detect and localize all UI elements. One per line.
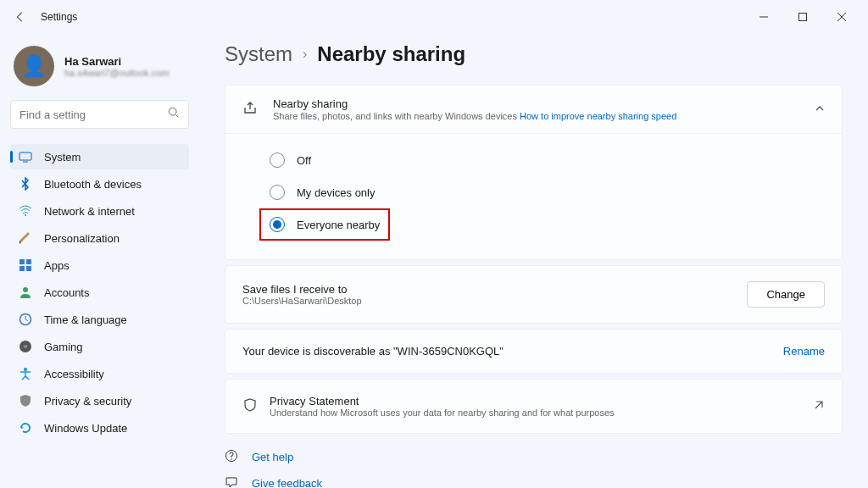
privacy-sub: Understand how Microsoft uses your data …	[270, 408, 801, 418]
change-button[interactable]: Change	[747, 281, 825, 308]
discoverable-text: Your device is discoverable as "WIN-3659…	[242, 345, 771, 358]
privacy-row[interactable]: Privacy Statement Understand how Microso…	[225, 379, 843, 434]
nav-label: Gaming	[44, 341, 83, 353]
back-button[interactable]	[7, 3, 34, 30]
svg-point-11	[23, 287, 28, 292]
nav-bluetooth[interactable]: Bluetooth & devices	[10, 171, 189, 197]
discoverable-row: Your device is discoverable as "WIN-3659…	[225, 329, 843, 374]
window-title: Settings	[41, 11, 77, 23]
svg-point-14	[24, 368, 27, 371]
rename-link[interactable]: Rename	[783, 345, 825, 358]
nearby-sub: Share files, photos, and links with near…	[273, 111, 799, 121]
svg-line-3	[175, 114, 178, 117]
chevron-up-icon	[815, 102, 825, 117]
breadcrumb-parent[interactable]: System	[225, 42, 292, 66]
feedback-link[interactable]: Give feedback	[225, 475, 843, 488]
feedback-icon	[225, 475, 240, 488]
help-icon	[225, 449, 240, 465]
bluetooth-icon	[19, 177, 32, 191]
privacy-title: Privacy Statement	[270, 395, 801, 408]
nav-label: Apps	[44, 259, 70, 272]
nav-gaming[interactable]: Gaming	[10, 334, 189, 359]
close-button[interactable]	[822, 3, 861, 30]
minimize-button[interactable]	[744, 3, 783, 30]
save-path-value: C:\Users\HaSarwari\Desktop	[242, 296, 735, 306]
nearby-help-link[interactable]: How to improve nearby sharing speed	[520, 111, 676, 121]
shield-icon	[19, 394, 32, 408]
nav-label: Privacy & security	[44, 395, 131, 408]
avatar: 👤	[14, 46, 54, 86]
search-icon	[168, 107, 180, 122]
breadcrumb-current: Nearby sharing	[317, 42, 465, 66]
nav-label: Network & internet	[44, 205, 135, 218]
nearby-title: Nearby sharing	[273, 97, 799, 110]
radio-label: Everyone nearby	[297, 219, 380, 231]
svg-rect-8	[26, 259, 31, 264]
get-help-link[interactable]: Get help	[225, 449, 843, 465]
nav-personalization[interactable]: Personalization	[10, 225, 189, 251]
nav-accounts[interactable]: Accounts	[10, 280, 189, 305]
gaming-icon	[19, 340, 32, 353]
nav-accessibility[interactable]: Accessibility	[10, 361, 189, 386]
radio-label: My devices only	[297, 186, 375, 199]
apps-icon	[19, 258, 32, 272]
profile-name: Ha Sarwari	[64, 55, 170, 68]
nav-system[interactable]: System	[10, 144, 189, 169]
nav-label: Accessibility	[44, 368, 104, 380]
svg-point-2	[169, 108, 176, 115]
svg-rect-4	[19, 152, 31, 160]
nav-label: Windows Update	[44, 422, 127, 435]
radio-everyone[interactable]: Everyone nearby	[259, 208, 390, 241]
save-path-title: Save files I receive to	[242, 283, 735, 296]
nav-label: Personalization	[44, 232, 120, 245]
clock-icon	[19, 313, 32, 326]
shield-icon	[242, 397, 258, 416]
profile[interactable]: 👤 Ha Sarwari ha.s4wari7@outlook.com	[10, 39, 189, 100]
radio-label: Off	[297, 154, 311, 167]
wifi-icon	[19, 204, 32, 218]
nav-label: Accounts	[44, 286, 89, 299]
nav-privacy[interactable]: Privacy & security	[10, 388, 189, 413]
nearby-sharing-header[interactable]: Nearby sharing Share files, photos, and …	[225, 86, 842, 133]
nav-time[interactable]: Time & language	[10, 307, 189, 332]
nav-network[interactable]: Network & internet	[10, 198, 189, 224]
chevron-right-icon: ›	[303, 47, 307, 62]
nav-label: Bluetooth & devices	[44, 178, 142, 191]
search-box[interactable]	[10, 100, 189, 129]
svg-point-6	[25, 214, 26, 216]
nav-update[interactable]: Windows Update	[10, 415, 189, 441]
svg-rect-7	[19, 259, 25, 264]
svg-rect-1	[799, 14, 807, 21]
nav-label: System	[44, 151, 81, 164]
nav-apps[interactable]: Apps	[10, 252, 189, 278]
radio-off[interactable]: Off	[270, 144, 825, 176]
radio-my-devices[interactable]: My devices only	[270, 176, 825, 208]
nav-label: Time & language	[44, 313, 127, 326]
brush-icon	[19, 231, 32, 245]
update-icon	[19, 421, 32, 435]
svg-rect-9	[19, 266, 25, 271]
save-path-row: Save files I receive to C:\Users\HaSarwa…	[225, 265, 843, 324]
search-input[interactable]	[19, 108, 168, 121]
breadcrumb: System › Nearby sharing	[225, 42, 843, 66]
open-external-icon	[813, 399, 825, 414]
profile-email: ha.s4wari7@outlook.com	[64, 68, 170, 78]
maximize-button[interactable]	[783, 3, 822, 30]
svg-rect-10	[26, 266, 31, 271]
svg-point-16	[231, 458, 231, 459]
share-icon	[242, 100, 258, 119]
accessibility-icon	[19, 367, 32, 380]
person-icon	[19, 286, 32, 299]
system-icon	[19, 150, 32, 164]
